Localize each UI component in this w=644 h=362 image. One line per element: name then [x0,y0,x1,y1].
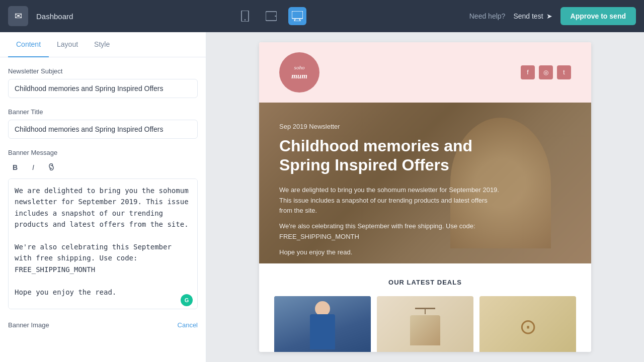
deal-2-bg [377,296,473,352]
cancel-button[interactable]: Cancel [178,321,198,329]
main-layout: Content Layout Style Newsletter Subject … [0,32,644,362]
instagram-icon: ◎ [539,65,553,79]
banner-message-label: Banner Message [8,149,198,156]
banner-image-section-header: Banner Image Cancel [8,321,198,329]
message-toolbar: B I [8,160,198,174]
deal-item-1 [274,296,371,352]
email-header: soho mum f ◎ t [259,42,591,103]
link-button[interactable] [44,160,58,174]
app-logo: ✉ [8,6,28,26]
send-test-button[interactable]: Send test ➤ [513,12,552,20]
bold-button[interactable]: B [8,160,22,174]
newsletter-subject-input[interactable] [8,79,198,98]
banner-body-p1: We are delighted to bring you the sohomu… [279,185,501,216]
banner-title: Childhood memories and Spring Inspired O… [279,136,480,175]
deals-section: OUR LATEST DEALS [259,263,591,352]
banner-title-label: Banner Title [8,108,198,116]
deal-1-body [310,314,335,349]
deals-grid: ⊙ [274,296,576,352]
dashboard-title: Dashboard [36,12,73,21]
email-banner: Sep 2019 Newsletter Childhood memories a… [259,103,591,263]
deal-3-bg: ⊙ [479,296,576,352]
twitter-icon: t [557,65,571,79]
banner-body-p2: We're also celebrating this September wi… [279,221,501,242]
email-preview-container: soho mum f ◎ t Sep 2019 Newsletter Child… [259,42,591,352]
need-help-text: Need help? [469,12,506,20]
brand-name-line1: soho [291,64,307,71]
deal-item-2 [377,296,473,352]
send-icon: ➤ [546,12,552,20]
tab-content[interactable]: Content [8,32,49,57]
banner-date: Sep 2019 Newsletter [279,123,501,130]
banner-body: We are delighted to bring you the sohomu… [279,185,501,263]
brand-name-line2: mum [291,71,307,80]
topnav-right-actions: Need help? Send test ➤ Approve to send [469,7,636,25]
banner-body-p4: The Sohomum Team [279,263,501,263]
svg-rect-4 [292,11,303,19]
deals-title: OUR LATEST DEALS [274,279,576,286]
panel-content-area: Newsletter Subject Banner Title Banner M… [0,57,206,362]
jewelry-visual: ⊙ [519,314,537,339]
banner-title-input[interactable] [8,120,198,139]
banner-body-p3: Hope you enjoy the read. [279,247,501,258]
link-icon [48,163,55,172]
tab-layout[interactable]: Layout [49,32,86,57]
email-preview-panel: soho mum f ◎ t Sep 2019 Newsletter Child… [206,32,644,362]
deal-item-3: ⊙ [479,296,576,352]
left-panel: Content Layout Style Newsletter Subject … [0,32,206,362]
mobile-device-button[interactable] [236,7,254,25]
facebook-icon: f [521,65,535,79]
hanger-hook [425,309,426,314]
panel-tabs: Content Layout Style [0,32,206,57]
svg-point-1 [245,19,246,20]
banner-image-label: Banner Image [8,321,49,329]
banner-message-wrapper: We are delighted to bring you the sohomu… [8,178,198,311]
social-icons: f ◎ t [521,65,571,79]
hanger-visual [410,308,440,345]
hanger-garment [410,315,440,345]
grammarly-icon: G [181,294,193,306]
svg-point-3 [275,16,276,17]
banner-content: Sep 2019 Newsletter Childhood memories a… [279,123,501,263]
mail-icon: ✉ [15,11,22,22]
newsletter-subject-label: Newsletter Subject [8,67,198,75]
device-switcher [81,7,461,25]
italic-button[interactable]: I [26,160,40,174]
tab-style[interactable]: Style [86,32,118,57]
desktop-device-button[interactable] [288,7,306,25]
top-navigation: ✉ Dashboard Need help? Se [0,0,644,32]
brand-logo: soho mum [279,52,319,93]
approve-to-send-button[interactable]: Approve to send [560,7,636,25]
banner-message-textarea[interactable]: We are delighted to bring you the sohomu… [8,178,198,309]
tablet-device-button[interactable] [262,7,280,25]
